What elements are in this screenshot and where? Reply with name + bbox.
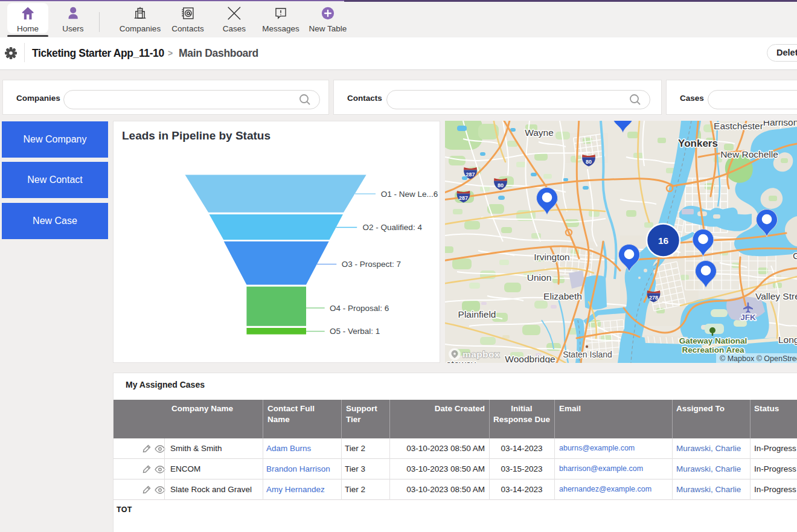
svg-text:Great Neck: Great Neck (793, 251, 797, 261)
svg-text:80: 80 (498, 182, 504, 188)
svg-text:Harrison: Harrison (763, 121, 797, 127)
svg-text:287: 287 (459, 195, 468, 201)
svg-text:287: 287 (466, 171, 475, 178)
svg-text:Long Beach: Long Beach (778, 335, 797, 345)
svg-text:JFK: JFK (740, 313, 756, 322)
svg-text:Irvington: Irvington (534, 252, 569, 262)
svg-text:Eastchester: Eastchester (714, 121, 763, 131)
svg-text:Valley Stream: Valley Stream (755, 291, 797, 301)
svg-text:Yonkers: Yonkers (678, 138, 718, 149)
svg-text:80: 80 (586, 159, 592, 165)
svg-text:Wayne: Wayne (525, 127, 554, 138)
svg-text:Elizabeth: Elizabeth (543, 291, 582, 301)
svg-text:16: 16 (658, 236, 669, 246)
svg-text:© Mapbox © OpenStreetMap: © Mapbox © OpenStreetMap (720, 354, 797, 363)
svg-text:Staten Island: Staten Island (563, 350, 612, 359)
svg-text:New Rochelle: New Rochelle (720, 149, 778, 159)
svg-text:Plainfield: Plainfield (458, 309, 496, 319)
svg-text:O1 - New Le...6: O1 - New Le...6 (381, 190, 438, 199)
svg-text:mapbox: mapbox (463, 349, 500, 359)
svg-text:O3 - Prospect: 7: O3 - Prospect: 7 (342, 260, 401, 269)
svg-text:278: 278 (649, 295, 658, 301)
svg-text:Recreation Area: Recreation Area (682, 345, 744, 354)
svg-text:Gateway National: Gateway National (679, 336, 747, 345)
svg-text:Union: Union (527, 272, 552, 283)
svg-text:O2 - Qualified: 4: O2 - Qualified: 4 (363, 223, 423, 232)
svg-text:O5 - Verbal: 1: O5 - Verbal: 1 (330, 327, 380, 336)
svg-text:ataway: ataway (446, 359, 476, 363)
svg-text:Woodbridge: Woodbridge (505, 354, 555, 363)
svg-text:O4 - Proposal: 6: O4 - Proposal: 6 (330, 304, 389, 313)
